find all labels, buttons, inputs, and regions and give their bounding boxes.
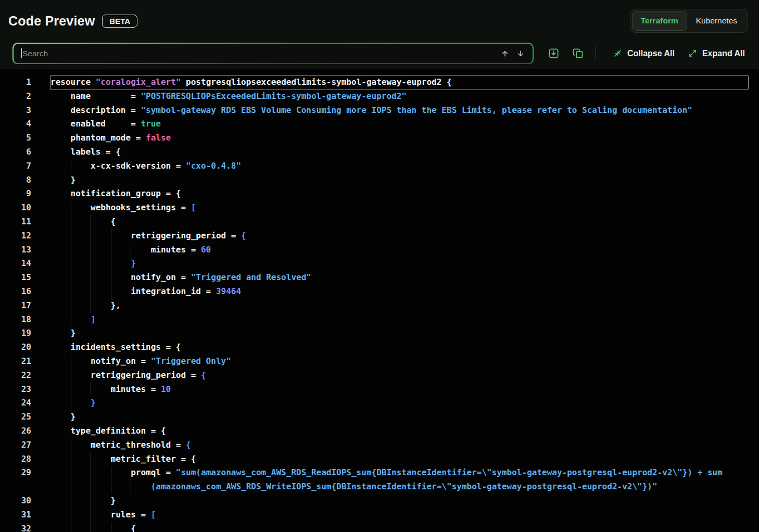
copy-button[interactable] [570,45,587,62]
line-number: 4 [0,117,31,131]
code-line: 29promql = "sum(amazonaws_com_AWS_RDS_Re… [0,466,748,480]
line-number: 32 [0,522,31,532]
code-text: minutes = 60 [50,243,748,257]
search-prev-button[interactable] [497,47,513,60]
line-number: 12 [0,229,31,243]
line-number: 14 [0,257,31,271]
code-line: 30} [0,494,748,508]
line-number: 18 [0,313,31,327]
line-number: 19 [0,326,31,340]
code-text: notify_on = "Triggered Only" [50,354,748,369]
expand-icon [688,48,698,58]
code-line: 10webhooks_settings = [ [0,201,748,215]
code-text: phantom_mode = false [50,131,748,145]
code-text: rules = [ [50,508,748,522]
line-number: 10 [0,201,31,215]
code-line: 16integration_id = 39464 [0,285,748,299]
code-line: 13minutes = 60 [0,243,748,257]
title-wrap: Code Preview BETA [8,14,137,29]
line-number: 11 [0,215,31,229]
search-input[interactable] [22,49,497,58]
code-text: } [50,410,748,424]
page-title: Code Preview [8,14,95,29]
code-line: 19} [0,326,748,340]
code-line: 11{ [0,215,748,229]
code-line: 22retriggering_period = { [0,369,748,383]
code-line: 31rules = [ [0,508,748,522]
search-bar [12,43,534,64]
code-text: } [50,173,748,187]
code-text: } [50,326,748,340]
header: Code Preview BETA Terraform Kubernetes [0,0,759,39]
expand-all-button[interactable]: Expand All [685,46,748,60]
line-number: 17 [0,299,31,313]
code-text: type_definition = { [50,424,748,438]
toolbar: Collapse All Expand All [0,39,759,69]
line-number: 6 [0,145,31,159]
line-number: 31 [0,508,31,522]
code-line: 24} [0,396,748,410]
line-number: 27 [0,438,31,452]
code-line: 15notify_on = "Triggered and Resolved" [0,271,748,285]
toggle-terraform[interactable]: Terraform [632,11,687,30]
code-line: (amazonaws_com_AWS_RDS_WriteIOPS_sum{DBI… [0,480,748,494]
code-text: name = "POSTGRESQLIOPsExceededLimits-sym… [50,90,748,104]
code-viewer[interactable]: 1resource "coralogix_alert" postgresqlio… [0,69,759,532]
download-icon [548,47,560,59]
line-number: 29 [0,466,31,480]
line-number: 2 [0,90,31,104]
code-line: 26type_definition = { [0,424,748,438]
line-number: 26 [0,424,31,438]
line-number: 20 [0,340,31,354]
code-text: { [50,522,748,532]
code-line: 8} [0,173,748,187]
copy-icon [572,47,584,59]
beta-badge: BETA [102,15,137,28]
code-line: 6labels = { [0,145,748,159]
arrow-down-icon [516,49,525,58]
code-text: notify_on = "Triggered and Resolved" [50,271,748,285]
code-text: retriggering_period = { [50,369,748,383]
search-next-button[interactable] [513,47,528,60]
code-text: }, [50,299,748,313]
code-line: 4enabled = true [0,117,748,131]
line-number: 8 [0,173,31,187]
line-number [0,480,31,494]
code-line: 32{ [0,522,748,532]
code-text: } [50,396,748,410]
line-number: 25 [0,410,31,424]
collapse-all-button[interactable]: Collapse All [610,46,678,60]
code-line: 12retriggering_period = { [0,229,748,243]
code-text: (amazonaws_com_AWS_RDS_WriteIOPS_sum{DBI… [50,480,748,494]
collapse-all-label: Collapse All [627,49,675,58]
line-number: 5 [0,131,31,145]
view-toggle: Terraform Kubernetes [630,9,748,33]
code-line: 20incidents_settings = { [0,340,748,354]
code-text: metric_threshold = { [50,438,748,452]
code-line: 28metric_filter = { [0,452,748,466]
line-number: 3 [0,104,31,118]
arrow-up-icon [501,49,509,58]
code-line: 25} [0,410,748,424]
code-line: 1resource "coralogix_alert" postgresqlio… [0,75,748,90]
code-text: labels = { [50,145,748,159]
code-text: description = "symbol-gateway RDS EBS Vo… [50,104,748,118]
toolbar-divider [596,46,596,60]
line-number: 1 [0,75,31,90]
collapse-icon [613,48,623,58]
line-number: 30 [0,494,31,508]
code-text: minutes = 10 [50,383,748,397]
code-text: metric_filter = { [50,452,748,466]
line-number: 15 [0,271,31,285]
line-number: 21 [0,354,31,369]
code-text: integration_id = 39464 [50,285,748,299]
code-text: ] [50,313,748,327]
code-line: 21notify_on = "Triggered Only" [0,354,748,369]
line-number: 16 [0,285,31,299]
code-text: } [50,257,748,271]
code-line: 18] [0,313,748,327]
line-number: 7 [0,159,31,173]
download-button[interactable] [545,45,562,62]
toggle-kubernetes[interactable]: Kubernetes [688,11,745,30]
line-number: 13 [0,243,31,257]
